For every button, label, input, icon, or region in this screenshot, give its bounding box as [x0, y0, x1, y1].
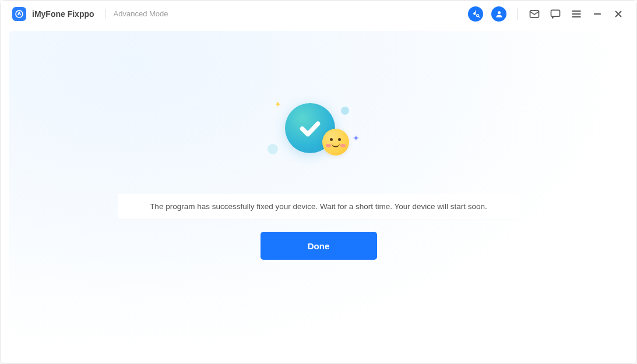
user-icon[interactable]	[491, 6, 506, 22]
titlebar-left: iMyFone Fixppo Advanced Mode	[12, 7, 168, 21]
chat-icon[interactable]	[549, 8, 562, 20]
titlebar-right	[468, 6, 625, 22]
mail-icon[interactable]	[528, 8, 541, 20]
app-window: iMyFone Fixppo Advanced Mode	[0, 0, 637, 364]
decorative-dot	[268, 144, 278, 154]
mode-label: Advanced Mode	[114, 9, 168, 18]
content-area: ✦ ✦ The program has successfully fixed y…	[9, 31, 628, 355]
smiley-face-icon	[322, 129, 349, 156]
success-illustration: ✦ ✦	[266, 101, 371, 171]
svg-point-0	[16, 10, 23, 17]
done-button[interactable]: Done	[261, 232, 377, 260]
music-search-icon[interactable]	[468, 6, 483, 22]
titlebar: iMyFone Fixppo Advanced Mode	[1, 1, 636, 27]
toolbar-divider	[517, 8, 518, 20]
minimize-icon[interactable]	[591, 8, 604, 20]
svg-rect-4	[551, 10, 560, 16]
svg-point-2	[498, 11, 501, 14]
status-message: The program has successfully fixed your …	[118, 194, 520, 219]
decorative-dot	[341, 107, 349, 115]
sparkle-icon: ✦	[353, 133, 360, 143]
app-title: iMyFone Fixppo	[32, 9, 94, 19]
app-logo-icon	[12, 7, 26, 21]
sparkle-icon: ✦	[274, 100, 281, 109]
close-icon[interactable]	[612, 8, 625, 20]
menu-icon[interactable]	[570, 8, 583, 20]
title-divider	[105, 9, 105, 19]
